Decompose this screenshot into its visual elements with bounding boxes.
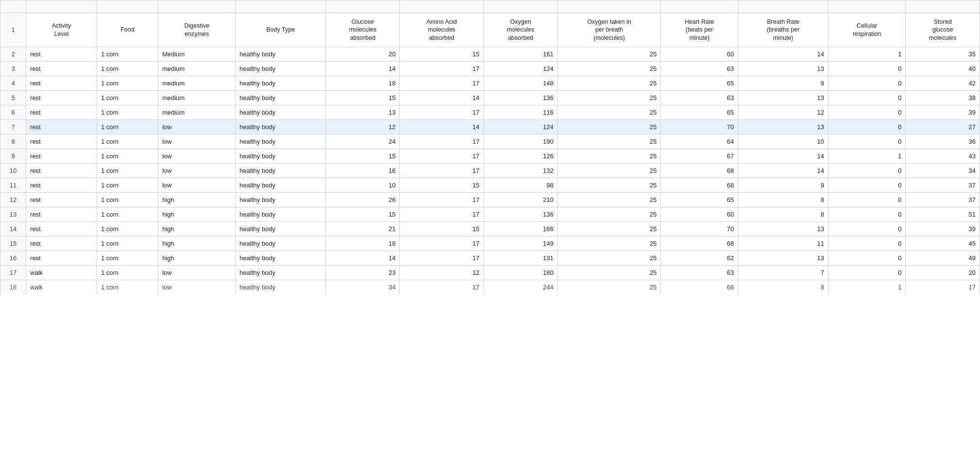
cell-15-h[interactable]: 25	[558, 236, 661, 251]
cell-11-e[interactable]: 10	[326, 178, 400, 193]
cell-14-g[interactable]: 166	[483, 222, 558, 236]
col-header-i[interactable]	[661, 0, 738, 13]
cell-17-f[interactable]: 12	[400, 266, 483, 280]
cell-6-a[interactable]: rest	[26, 105, 97, 120]
cell-18-d[interactable]: healthy body	[236, 280, 326, 295]
cell-18-e[interactable]: 34	[326, 280, 400, 295]
cell-12-e[interactable]: 26	[326, 193, 400, 207]
cell-7-e[interactable]: 12	[326, 120, 400, 135]
cell-3-j[interactable]: 13	[738, 62, 828, 76]
cell-12-i[interactable]: 65	[661, 193, 738, 207]
cell-10-g[interactable]: 132	[483, 164, 558, 178]
cell-4-k[interactable]: 0	[828, 76, 906, 91]
cell-9-a[interactable]: rest	[26, 149, 97, 164]
cell-9-d[interactable]: healthy body	[236, 149, 326, 164]
col-header-e[interactable]	[326, 0, 400, 13]
header-heart-rate[interactable]: Heart Rate(beats perminute)	[661, 13, 738, 47]
cell-8-g[interactable]: 190	[483, 135, 558, 149]
cell-10-d[interactable]: healthy body	[236, 164, 326, 178]
cell-10-b[interactable]: 1 corn	[97, 164, 158, 178]
cell-13-a[interactable]: rest	[26, 207, 97, 222]
cell-11-j[interactable]: 9	[738, 178, 828, 193]
header-digestive-enzymes[interactable]: Digestiveenzymes	[158, 13, 235, 47]
cell-7-h[interactable]: 25	[558, 120, 661, 135]
cell-11-c[interactable]: low	[158, 178, 235, 193]
col-header-d[interactable]	[236, 0, 326, 13]
cell-11-i[interactable]: 68	[661, 178, 738, 193]
cell-4-c[interactable]: medium	[158, 76, 235, 91]
cell-16-c[interactable]: high	[158, 251, 235, 266]
cell-6-g[interactable]: 116	[483, 105, 558, 120]
cell-4-j[interactable]: 9	[738, 76, 828, 91]
col-header-l[interactable]	[906, 0, 980, 13]
cell-5-f[interactable]: 14	[400, 91, 483, 105]
cell-7-k[interactable]: 0	[828, 120, 906, 135]
header-stored-glucose[interactable]: Storedglucosemolecules	[906, 13, 980, 47]
cell-18-l[interactable]: 17	[906, 280, 980, 295]
col-header-f[interactable]	[400, 0, 483, 13]
cell-10-c[interactable]: low	[158, 164, 235, 178]
cell-10-k[interactable]: 0	[828, 164, 906, 178]
cell-10-e[interactable]: 16	[326, 164, 400, 178]
cell-16-a[interactable]: rest	[26, 251, 97, 266]
cell-15-e[interactable]: 18	[326, 236, 400, 251]
header-breath-rate[interactable]: Breath Rate(breaths perminute)	[738, 13, 828, 47]
cell-11-l[interactable]: 37	[906, 178, 980, 193]
cell-15-k[interactable]: 0	[828, 236, 906, 251]
cell-5-a[interactable]: rest	[26, 91, 97, 105]
cell-8-d[interactable]: healthy body	[236, 135, 326, 149]
cell-9-k[interactable]: 1	[828, 149, 906, 164]
cell-7-d[interactable]: healthy body	[236, 120, 326, 135]
cell-9-g[interactable]: 126	[483, 149, 558, 164]
cell-7-f[interactable]: 14	[400, 120, 483, 135]
cell-10-f[interactable]: 17	[400, 164, 483, 178]
cell-12-h[interactable]: 25	[558, 193, 661, 207]
cell-18-a[interactable]: walk	[26, 280, 97, 295]
cell-9-e[interactable]: 15	[326, 149, 400, 164]
cell-6-f[interactable]: 17	[400, 105, 483, 120]
cell-14-e[interactable]: 21	[326, 222, 400, 236]
cell-2-j[interactable]: 14	[738, 47, 828, 62]
cell-2-l[interactable]: 35	[906, 47, 980, 62]
cell-10-a[interactable]: rest	[26, 164, 97, 178]
cell-12-j[interactable]: 8	[738, 193, 828, 207]
cell-7-b[interactable]: 1 corn	[97, 120, 158, 135]
cell-14-a[interactable]: rest	[26, 222, 97, 236]
cell-3-i[interactable]: 63	[661, 62, 738, 76]
cell-3-f[interactable]: 17	[400, 62, 483, 76]
cell-16-i[interactable]: 62	[661, 251, 738, 266]
cell-14-f[interactable]: 15	[400, 222, 483, 236]
cell-2-h[interactable]: 25	[558, 47, 661, 62]
cell-9-b[interactable]: 1 corn	[97, 149, 158, 164]
cell-5-j[interactable]: 13	[738, 91, 828, 105]
cell-7-a[interactable]: rest	[26, 120, 97, 135]
cell-12-c[interactable]: high	[158, 193, 235, 207]
cell-17-b[interactable]: 1 corn	[97, 266, 158, 280]
cell-10-i[interactable]: 68	[661, 164, 738, 178]
cell-5-c[interactable]: medium	[158, 91, 235, 105]
col-header-j[interactable]	[738, 0, 828, 13]
cell-14-h[interactable]: 25	[558, 222, 661, 236]
cell-9-l[interactable]: 43	[906, 149, 980, 164]
cell-8-i[interactable]: 64	[661, 135, 738, 149]
cell-2-a[interactable]: rest	[26, 47, 97, 62]
col-header-h[interactable]	[558, 0, 661, 13]
cell-15-g[interactable]: 149	[483, 236, 558, 251]
cell-9-c[interactable]: low	[158, 149, 235, 164]
col-header-a[interactable]	[26, 0, 97, 13]
cell-9-h[interactable]: 25	[558, 149, 661, 164]
cell-8-l[interactable]: 36	[906, 135, 980, 149]
cell-14-k[interactable]: 0	[828, 222, 906, 236]
cell-18-f[interactable]: 17	[400, 280, 483, 295]
cell-7-c[interactable]: low	[158, 120, 235, 135]
cell-17-h[interactable]: 25	[558, 266, 661, 280]
cell-17-k[interactable]: 0	[828, 266, 906, 280]
cell-18-g[interactable]: 244	[483, 280, 558, 295]
cell-2-d[interactable]: healthy body	[236, 47, 326, 62]
cell-9-f[interactable]: 17	[400, 149, 483, 164]
cell-7-g[interactable]: 124	[483, 120, 558, 135]
cell-17-d[interactable]: healthy body	[236, 266, 326, 280]
cell-11-d[interactable]: healthy body	[236, 178, 326, 193]
cell-2-c[interactable]: Medium	[158, 47, 235, 62]
cell-13-b[interactable]: 1 corn	[97, 207, 158, 222]
